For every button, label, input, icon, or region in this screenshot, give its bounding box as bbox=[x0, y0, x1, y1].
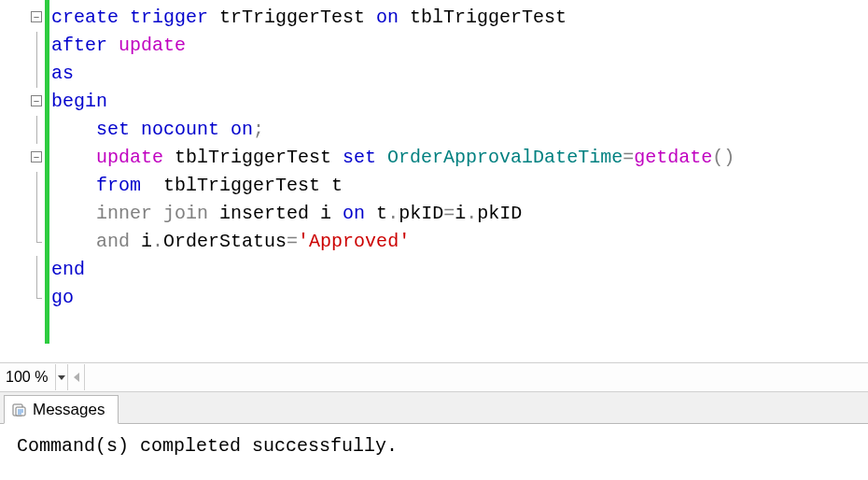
zoom-dropdown[interactable] bbox=[55, 364, 68, 390]
code-line[interactable]: and i.OrderStatus='Approved' bbox=[51, 228, 868, 256]
code-line[interactable]: set nocount on; bbox=[51, 116, 868, 144]
token: as bbox=[51, 63, 74, 84]
token: begin bbox=[51, 91, 107, 112]
fold-guide bbox=[36, 60, 37, 88]
token: end bbox=[51, 259, 85, 280]
editor-gutter bbox=[0, 0, 45, 362]
token: . bbox=[387, 203, 399, 224]
token: OrderStatus bbox=[163, 231, 287, 252]
code-line[interactable]: from tblTriggerTest t bbox=[51, 172, 868, 200]
token: on bbox=[376, 7, 399, 28]
token: nocount bbox=[141, 119, 219, 140]
token: . bbox=[152, 231, 163, 252]
token: i bbox=[130, 231, 152, 252]
fold-guide bbox=[36, 200, 37, 228]
fold-toggle-icon[interactable]: − bbox=[31, 11, 42, 22]
token: inserted i bbox=[208, 203, 343, 224]
code-line[interactable]: −create trigger trTriggerTest on tblTrig… bbox=[51, 4, 868, 32]
token bbox=[219, 119, 231, 140]
token: getdate bbox=[634, 147, 712, 168]
fold-guide-end bbox=[36, 228, 37, 242]
token: create bbox=[51, 7, 119, 28]
token: pkID bbox=[399, 203, 443, 224]
change-marker bbox=[45, 0, 49, 344]
code-line[interactable]: − update tblTriggerTest set OrderApprova… bbox=[51, 144, 868, 172]
token bbox=[130, 119, 141, 140]
messages-icon bbox=[12, 402, 27, 417]
zoom-value: 100 % bbox=[0, 369, 55, 386]
code-line[interactable]: as bbox=[51, 60, 868, 88]
scroll-left-button[interactable] bbox=[68, 364, 85, 390]
messages-output[interactable]: Command(s) completed successfully. bbox=[0, 424, 868, 480]
token: tblTriggerTest t bbox=[141, 175, 343, 196]
code-editor-pane[interactable]: −create trigger trTriggerTest on tblTrig… bbox=[0, 0, 868, 362]
token: ; bbox=[253, 119, 264, 140]
token: = bbox=[287, 231, 298, 252]
message-text: Command(s) completed successfully. bbox=[17, 435, 398, 457]
fold-guide bbox=[36, 32, 37, 60]
token: OrderApprovalDateTime bbox=[387, 147, 623, 168]
token: join bbox=[163, 203, 208, 224]
token: and bbox=[96, 231, 130, 252]
token: trTriggerTest bbox=[208, 7, 376, 28]
fold-guide-end bbox=[36, 284, 37, 298]
token: () bbox=[712, 147, 735, 168]
token bbox=[152, 203, 163, 224]
token: from bbox=[96, 175, 141, 196]
token: after bbox=[51, 35, 107, 56]
token: on bbox=[343, 203, 365, 224]
zoom-bar: 100 % bbox=[0, 362, 868, 392]
code-line[interactable]: after update bbox=[51, 32, 868, 60]
fold-guide bbox=[36, 172, 37, 200]
fold-guide bbox=[36, 256, 37, 284]
tab-messages[interactable]: Messages bbox=[4, 395, 119, 424]
code-line[interactable]: go bbox=[51, 284, 868, 312]
fold-toggle-icon[interactable]: − bbox=[31, 151, 42, 162]
token: on bbox=[231, 119, 253, 140]
token: t bbox=[365, 203, 387, 224]
token: trigger bbox=[130, 7, 208, 28]
code-line[interactable]: end bbox=[51, 256, 868, 284]
token: . bbox=[466, 203, 477, 224]
token: tblTriggerTest bbox=[399, 7, 567, 28]
fold-toggle-icon[interactable]: − bbox=[31, 95, 42, 106]
code-area[interactable]: −create trigger trTriggerTest on tblTrig… bbox=[51, 4, 868, 312]
token bbox=[107, 35, 119, 56]
token bbox=[119, 7, 130, 28]
code-line[interactable]: −begin bbox=[51, 88, 868, 116]
results-tab-strip: Messages bbox=[0, 392, 868, 424]
token: 'Approved' bbox=[298, 231, 410, 252]
token: set bbox=[343, 147, 376, 168]
token bbox=[376, 147, 387, 168]
token: update bbox=[119, 35, 186, 56]
token: update bbox=[96, 147, 163, 168]
token: = bbox=[443, 203, 455, 224]
tab-messages-label: Messages bbox=[33, 401, 105, 419]
token: i bbox=[455, 203, 466, 224]
token: inner bbox=[96, 203, 152, 224]
token: = bbox=[623, 147, 634, 168]
fold-guide bbox=[36, 116, 37, 144]
token: set bbox=[96, 119, 130, 140]
token: pkID bbox=[477, 203, 522, 224]
code-line[interactable]: inner join inserted i on t.pkID=i.pkID bbox=[51, 200, 868, 228]
token: go bbox=[51, 287, 74, 308]
token: tblTriggerTest bbox=[163, 147, 343, 168]
